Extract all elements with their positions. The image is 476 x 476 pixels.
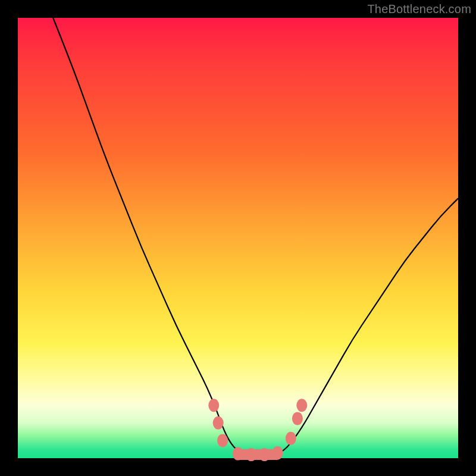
chart-frame: TheBottleneck.com xyxy=(0,0,476,476)
trough-marker xyxy=(286,432,296,445)
trough-marker-bar xyxy=(234,449,282,460)
trough-markers xyxy=(208,399,307,461)
trough-marker xyxy=(292,412,303,425)
trough-marker xyxy=(208,399,219,412)
trough-marker xyxy=(296,399,307,412)
trough-marker xyxy=(213,416,224,430)
watermark-text: TheBottleneck.com xyxy=(367,2,471,16)
plot-area xyxy=(18,18,458,458)
trough-marker xyxy=(217,434,228,447)
bottleneck-curve xyxy=(53,18,458,456)
curve-svg xyxy=(18,18,458,458)
